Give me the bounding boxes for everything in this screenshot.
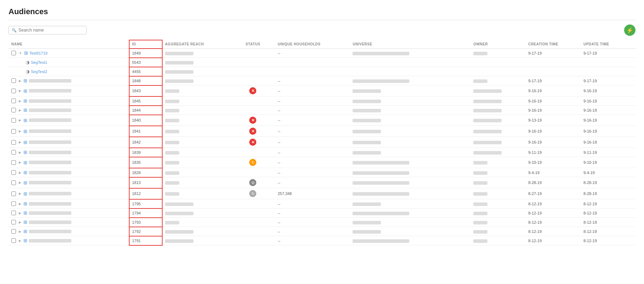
- reach-cell: [162, 126, 231, 137]
- row-checkbox[interactable]: [11, 238, 16, 243]
- expand-icon[interactable]: ▶: [19, 239, 21, 243]
- row-checkbox[interactable]: [11, 129, 16, 134]
- reach-cell: [162, 49, 231, 58]
- row-checkbox[interactable]: [11, 160, 16, 165]
- expand-icon[interactable]: ▶: [19, 171, 21, 174]
- update-cell: 9-16-19: [580, 96, 635, 106]
- universe-cell: [350, 218, 470, 227]
- expand-icon[interactable]: ▶: [19, 118, 21, 122]
- households-cell: --: [275, 115, 350, 126]
- row-checkbox[interactable]: [11, 170, 16, 175]
- households-cell: --: [275, 96, 350, 106]
- status-cell: [231, 208, 275, 218]
- error-status-icon: ✕: [249, 128, 256, 135]
- households-cell: --: [275, 168, 350, 177]
- update-cell: 9-4-19: [580, 168, 635, 177]
- id-cell: 1795: [129, 199, 162, 208]
- row-checkbox[interactable]: [11, 191, 16, 196]
- owner-cell: [470, 67, 525, 76]
- expand-icon[interactable]: ▶: [19, 140, 21, 144]
- name-cell-td: ▶⊞: [9, 76, 129, 85]
- row-checkbox[interactable]: [11, 220, 16, 224]
- col-header-creation: CREATION TIME: [525, 40, 581, 49]
- expand-icon[interactable]: ▶: [19, 230, 21, 233]
- id-cell: 1792: [129, 227, 162, 236]
- name-cell-td: ▶⊞: [9, 199, 129, 208]
- reach-cell: [162, 188, 231, 199]
- status-cell: [231, 148, 275, 157]
- table-row: ▶⊞1828--9-4-199-4-19: [9, 168, 635, 177]
- row-checkbox[interactable]: [11, 51, 16, 55]
- search-box[interactable]: 🔍: [9, 26, 87, 34]
- owner-cell: [470, 199, 525, 208]
- segment-icon: ◑: [26, 60, 29, 65]
- col-header-reach: AGGREGATE REACH: [162, 40, 231, 49]
- update-cell: 9-16-19: [580, 126, 635, 137]
- reach-cell: [162, 67, 231, 76]
- audience-icon: ⊞: [23, 219, 27, 225]
- update-cell: 8-12-19: [580, 236, 635, 245]
- universe-cell: [350, 168, 470, 177]
- table-row: ▶⊞1839--9-11-199-11-19: [9, 148, 635, 157]
- creation-cell: 9-10-19: [525, 157, 581, 168]
- universe-cell: [350, 188, 470, 199]
- search-input[interactable]: [18, 28, 83, 33]
- table-row: ▶⊞1793--8-12-198-12-19: [9, 218, 635, 227]
- audience-icon: ⊞: [23, 140, 27, 145]
- expand-icon[interactable]: ▶: [19, 192, 21, 195]
- name-cell-td: ▶⊞: [9, 106, 129, 115]
- name-cell-td: ▼⊞Test91719: [9, 49, 129, 58]
- row-checkbox[interactable]: [11, 150, 16, 155]
- audience-icon: ⊞: [23, 78, 27, 83]
- expand-icon[interactable]: ▶: [19, 221, 21, 224]
- status-cell: [231, 58, 275, 67]
- row-checkbox[interactable]: [11, 108, 16, 112]
- id-cell: 1794: [129, 208, 162, 218]
- universe-cell: [350, 148, 470, 157]
- expand-icon[interactable]: ▶: [19, 89, 21, 93]
- row-checkbox[interactable]: [11, 99, 16, 103]
- creation-cell: 9-16-19: [525, 126, 581, 137]
- row-checkbox[interactable]: [11, 229, 16, 234]
- expand-icon[interactable]: ▶: [19, 181, 21, 184]
- expand-icon[interactable]: ▶: [19, 129, 21, 133]
- expand-icon[interactable]: ▼: [19, 51, 22, 55]
- table-row: ▼⊞Test917191849--9-17-199-17-19: [9, 49, 635, 58]
- owner-cell: [470, 157, 525, 168]
- row-checkbox[interactable]: [11, 140, 16, 145]
- status-cell: ✕: [231, 126, 275, 137]
- table-row: ◑SegTest15543: [9, 58, 635, 67]
- row-checkbox[interactable]: [11, 118, 16, 123]
- update-cell: 8-12-19: [580, 227, 635, 236]
- row-checkbox[interactable]: [11, 211, 16, 215]
- expand-icon[interactable]: ▶: [19, 161, 21, 164]
- update-cell: 9-17-19: [580, 76, 635, 85]
- owner-cell: [470, 76, 525, 85]
- row-checkbox[interactable]: [11, 89, 16, 93]
- households-cell: --: [275, 157, 350, 168]
- reach-cell: [162, 115, 231, 126]
- expand-icon[interactable]: ▶: [19, 151, 21, 154]
- toolbar: 🔍 ⚡: [9, 24, 635, 36]
- universe-cell: [350, 137, 470, 148]
- action-button[interactable]: ⚡: [624, 24, 635, 36]
- row-checkbox[interactable]: [11, 180, 16, 185]
- expand-icon[interactable]: ▶: [19, 108, 21, 112]
- status-cell: ✕: [231, 137, 275, 148]
- row-checkbox[interactable]: [11, 78, 16, 83]
- row-checkbox[interactable]: [11, 201, 16, 206]
- status-cell: ⊘: [231, 177, 275, 188]
- name-cell-td: ▶⊞: [9, 236, 129, 245]
- expand-icon[interactable]: ▶: [19, 99, 21, 103]
- expand-icon[interactable]: ▶: [19, 79, 21, 83]
- expand-icon[interactable]: ▶: [19, 202, 21, 206]
- reach-cell: [162, 58, 231, 67]
- audience-icon: ⊞: [23, 229, 27, 234]
- col-header-status: STATUS: [231, 40, 275, 49]
- audience-icon: ⊞: [23, 88, 27, 94]
- owner-cell: [470, 218, 525, 227]
- expand-icon[interactable]: ▶: [19, 211, 21, 215]
- owner-cell: [470, 168, 525, 177]
- search-icon: 🔍: [12, 28, 17, 33]
- status-cell: ✕: [231, 85, 275, 96]
